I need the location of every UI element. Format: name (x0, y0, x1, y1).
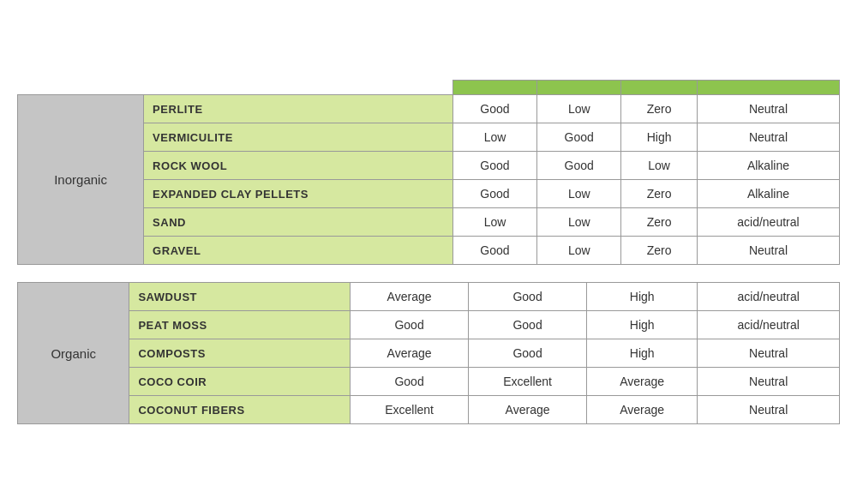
value-aeration: Good (351, 368, 469, 396)
value-cec: High (587, 311, 698, 339)
value-aeration: Low (452, 123, 536, 152)
empty-header-2 (144, 81, 453, 95)
value-whc: Average (469, 396, 587, 424)
value-aeration: Good (452, 180, 536, 208)
value-aeration: Excellent (351, 396, 469, 424)
value-aeration: Low (452, 208, 536, 237)
header-cec (621, 81, 698, 95)
value-ph: Neutral (697, 123, 839, 152)
value-cec: Zero (621, 180, 698, 208)
material-cell: SAND (144, 208, 453, 237)
value-cec: Zero (621, 208, 698, 237)
category-inorganic: Inorganic (18, 95, 144, 265)
value-aeration: Average (351, 339, 469, 368)
value-whc: Low (537, 208, 621, 237)
value-cec: Zero (621, 237, 698, 265)
value-whc: Good (537, 152, 621, 180)
material-cell: PEAT MOSS (129, 311, 351, 339)
value-ph: Neutral (698, 368, 840, 396)
value-ph: Neutral (697, 95, 839, 123)
tables-wrapper: InorganicPERLITEGoodLowZeroNeutralVERMIC… (17, 80, 840, 424)
value-ph: Alkaline (697, 152, 839, 180)
value-cec: High (587, 283, 698, 311)
value-aeration: Good (452, 95, 536, 123)
value-ph: acid/neutral (698, 283, 840, 311)
organic-table: OrganicSAWDUSTAverageGoodHighacid/neutra… (17, 282, 840, 424)
value-cec: Zero (621, 95, 698, 123)
value-whc: Good (469, 339, 587, 368)
value-cec: High (621, 123, 698, 152)
value-ph: acid/neutral (697, 208, 839, 237)
material-cell: ROCK WOOL (144, 152, 453, 180)
value-cec: High (587, 339, 698, 368)
header-aeration (452, 81, 536, 95)
value-ph: Neutral (698, 396, 840, 424)
value-whc: Good (537, 123, 621, 152)
value-whc: Good (469, 311, 587, 339)
material-cell: COCONUT FIBERS (129, 396, 351, 424)
value-ph: acid/neutral (698, 311, 840, 339)
value-aeration: Good (452, 237, 536, 265)
value-whc: Low (537, 95, 621, 123)
value-cec: Average (587, 396, 698, 424)
material-cell: COCO COIR (129, 368, 351, 396)
empty-header-1 (18, 81, 144, 95)
material-cell: VERMICULITE (144, 123, 453, 152)
category-organic: Organic (18, 283, 129, 424)
value-cec: Average (587, 368, 698, 396)
value-aeration: Good (452, 152, 536, 180)
value-ph: Neutral (697, 237, 839, 265)
value-cec: Low (621, 152, 698, 180)
material-cell: PERLITE (144, 95, 453, 123)
header-whc (537, 81, 621, 95)
value-whc: Low (537, 237, 621, 265)
value-whc: Low (537, 180, 621, 208)
material-cell: COMPOSTS (129, 339, 351, 368)
value-whc: Excellent (469, 368, 587, 396)
value-aeration: Good (351, 311, 469, 339)
value-ph: Alkaline (697, 180, 839, 208)
material-cell: SAWDUST (129, 283, 351, 311)
material-cell: GRAVEL (144, 237, 453, 265)
inorganic-table: InorganicPERLITEGoodLowZeroNeutralVERMIC… (17, 80, 840, 265)
value-whc: Good (469, 283, 587, 311)
value-aeration: Average (351, 283, 469, 311)
header-ph (697, 81, 839, 95)
value-ph: Neutral (698, 339, 840, 368)
material-cell: EXPANDED CLAY PELLETS (144, 180, 453, 208)
